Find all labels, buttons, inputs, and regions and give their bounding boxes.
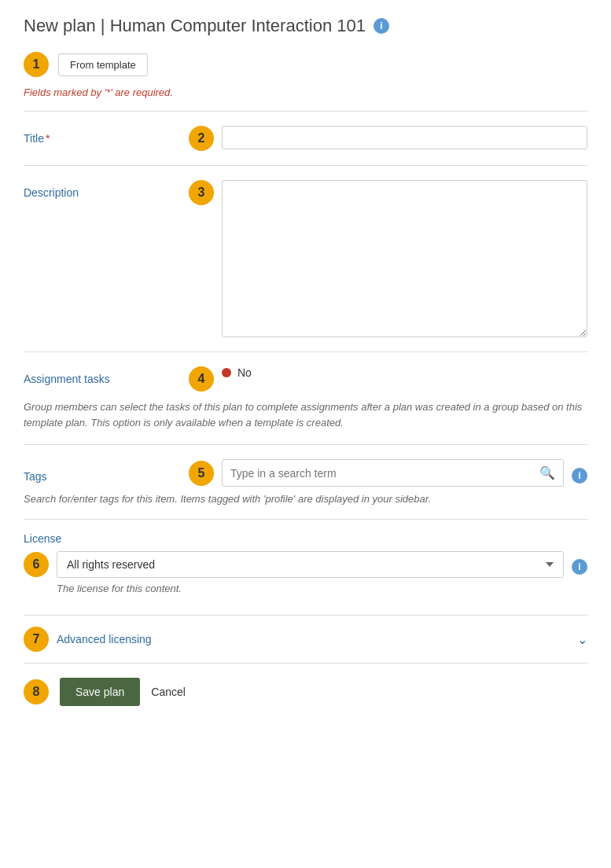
license-section: License 6 All rights reserved Creative C… [24,519,587,607]
from-template-button[interactable]: From template [58,53,148,76]
step-4-badge: 4 [189,366,214,392]
title-input[interactable] [222,126,587,149]
page-header: New plan | Human Computer Interaction 10… [24,16,587,36]
step-8-badge: 8 [24,679,49,704]
license-hint: The license for this content. [24,583,587,594]
license-label: License [24,532,587,545]
cancel-button[interactable]: Cancel [151,686,186,698]
step-5-badge: 5 [189,461,214,486]
tags-hint: Search for/enter tags for this item. Ite… [24,493,587,505]
toggle-no-label: No [237,366,252,379]
actions-row: 8 Save plan Cancel [24,678,587,706]
description-textarea[interactable] [222,180,587,337]
license-select-wrapper: All rights reserved Creative Commons - A… [57,551,564,578]
required-note: Fields marked by '*' are required. [24,86,587,98]
title-row: Title* 2 [24,126,587,151]
tags-search-input[interactable] [223,462,532,485]
chevron-down-icon: ⌄ [577,632,587,647]
template-row: 1 From template [24,52,587,77]
title-label: Title* [24,126,181,145]
description-label: Description [24,180,181,199]
license-row: 6 All rights reserved Creative Commons -… [24,551,587,578]
title-section: Title* 2 [24,111,587,165]
description-section: Description 3 [24,165,587,351]
page-info-icon[interactable]: i [374,18,389,34]
tags-label: Tags [24,464,181,483]
description-row: Description 3 [24,180,587,337]
step-7-badge: 7 [24,627,49,652]
tags-row: Tags 5 🔍 i [24,459,587,487]
title-required-star: * [46,132,50,145]
license-info-icon[interactable]: i [572,559,587,575]
step-1-badge: 1 [24,52,49,77]
page-title: New plan | Human Computer Interaction 10… [24,16,366,36]
step-6-badge: 6 [24,552,49,577]
advanced-toggle[interactable]: 7 Advanced licensing ⌄ [24,616,587,663]
toggle-dot-icon [222,368,231,377]
tags-search-button[interactable]: 🔍 [532,460,563,486]
assignment-row: Assignment tasks 4 No [24,366,587,392]
assignment-section: Assignment tasks 4 No Group members can … [24,351,587,444]
step-2-badge: 2 [189,126,214,151]
tags-search-wrapper: 🔍 [222,459,564,487]
license-select[interactable]: All rights reserved Creative Commons - A… [57,551,564,578]
tags-info-icon[interactable]: i [572,468,587,484]
advanced-label: Advanced licensing [57,633,152,645]
tags-section: Tags 5 🔍 i Search for/enter tags for thi… [24,444,587,519]
save-plan-button[interactable]: Save plan [60,678,140,706]
assignment-hint: Group members can select the tasks of th… [24,399,587,430]
assignment-toggle[interactable]: No [222,366,252,379]
step-3-badge: 3 [189,180,214,205]
assignment-label: Assignment tasks [24,366,181,385]
advanced-section: 7 Advanced licensing ⌄ [24,615,587,664]
